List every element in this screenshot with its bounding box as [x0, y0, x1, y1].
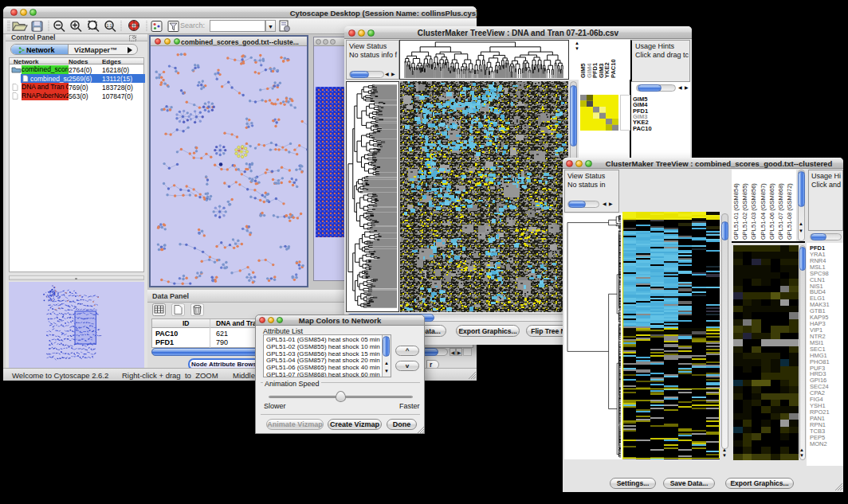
svg-text:GPL51-01 (GSM854): GPL51-01 (GSM854) [732, 183, 740, 240]
svg-text:GPL51-07 (GSM868): GPL51-07 (GSM868) [777, 183, 784, 240]
svg-text:GPL51-08 (GSM872): GPL51-08 (GSM872) [786, 183, 793, 240]
svg-text:GPL51-04 (GSM857): GPL51-04 (GSM857) [760, 183, 767, 240]
svg-text:GPL51-03 (GSM856): GPL51-03 (GSM856) [750, 183, 757, 240]
svg-text:1:1: 1:1 [107, 23, 112, 28]
svg-text:GPL51-06 (GSM865): GPL51-06 (GSM865) [768, 183, 775, 240]
svg-text:PAC10: PAC10 [610, 59, 617, 78]
svg-text:GPL51-02 (GSM855): GPL51-02 (GSM855) [741, 183, 748, 240]
